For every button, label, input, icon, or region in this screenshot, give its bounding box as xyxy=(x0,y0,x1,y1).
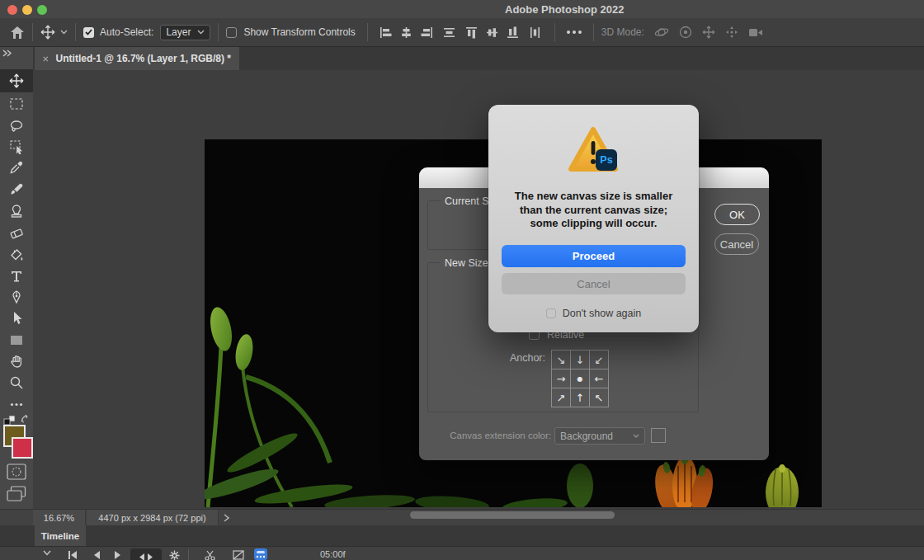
lasso-tool[interactable] xyxy=(0,115,33,137)
anchor-cell[interactable]: ↑ xyxy=(570,388,590,407)
canvas-size-cancel-button[interactable]: Cancel xyxy=(714,233,759,255)
status-chevron-right-icon[interactable] xyxy=(224,514,229,522)
document-tab[interactable]: Untitled-1 @ 16.7% (Layer 1, RGB/8) * xyxy=(35,47,239,70)
timeline-timecode: 05:00f xyxy=(320,549,346,559)
alert-message-line: than the current canvas size; xyxy=(488,204,699,218)
swap-colors-icon[interactable] xyxy=(20,414,31,425)
transition-icon[interactable] xyxy=(233,550,244,560)
clone-stamp-icon xyxy=(9,204,24,219)
home-icon[interactable] xyxy=(10,26,25,40)
document-info[interactable]: 4470 px x 2984 px (72 ppi) xyxy=(87,510,219,526)
edit-toolbar-button[interactable] xyxy=(0,393,33,415)
hand-tool[interactable] xyxy=(0,351,33,372)
zoom-tool[interactable] xyxy=(0,372,33,393)
zoom-level-field[interactable]: 16.67% xyxy=(33,510,86,526)
canvas-extension-color-dropdown[interactable]: Background xyxy=(554,427,645,445)
divider xyxy=(188,549,189,560)
timeline-tab[interactable]: Timeline xyxy=(35,525,86,546)
timeline-settings-icon[interactable] xyxy=(169,550,180,560)
dont-show-again-label: Don't show again xyxy=(563,308,642,319)
3d-mode-label: 3D Mode: xyxy=(601,26,644,38)
go-to-first-frame-icon[interactable] xyxy=(68,550,78,560)
rectangle-tool[interactable] xyxy=(0,329,33,351)
rectangular-marquee-tool[interactable] xyxy=(0,93,33,115)
anchor-cell[interactable]: ↓ xyxy=(570,350,590,369)
brush-tool[interactable] xyxy=(0,179,33,200)
preset-chevron-down-icon[interactable] xyxy=(60,30,68,35)
play-icon[interactable] xyxy=(114,550,122,560)
alert-cancel-button[interactable]: Cancel xyxy=(502,273,686,294)
ok-button[interactable]: OK xyxy=(714,204,760,225)
3d-camera-icon xyxy=(748,27,764,38)
collapse-panel-icon[interactable] xyxy=(2,49,12,57)
eraser-tool[interactable] xyxy=(0,223,33,244)
auto-select-label: Auto-Select: xyxy=(100,26,153,38)
minimize-window-button[interactable] xyxy=(22,5,32,15)
zoom-window-button[interactable] xyxy=(37,5,47,15)
timeline-menu-icon[interactable] xyxy=(43,550,51,556)
anchor-cell[interactable]: ↖ xyxy=(589,388,609,407)
previous-frame-icon[interactable] xyxy=(92,550,101,560)
anchor-cell[interactable]: ↘ xyxy=(551,350,571,369)
close-window-button[interactable] xyxy=(7,5,17,15)
eyedropper-icon xyxy=(9,160,24,175)
next-frame-icon xyxy=(139,553,153,560)
tools-panel xyxy=(0,47,33,509)
paint-bucket-icon xyxy=(9,247,24,262)
timeline-tab-bar: Timeline xyxy=(0,525,924,546)
cancel-button-label: Cancel xyxy=(720,238,753,251)
dont-show-again-row: Don't show again xyxy=(488,308,699,319)
zoom-level-value: 16.67% xyxy=(44,513,74,523)
anchor-cell[interactable]: → xyxy=(551,369,571,388)
ps-badge-text: Ps xyxy=(600,154,612,166)
split-at-playhead-icon[interactable] xyxy=(205,550,215,560)
proceed-button-label: Proceed xyxy=(573,250,615,262)
align-bottom-edges-icon[interactable] xyxy=(507,26,519,39)
anchor-cell-selected[interactable]: ● xyxy=(570,369,590,388)
move-tool-preset-icon[interactable] xyxy=(40,25,55,40)
align-horizontal-centers-icon[interactable] xyxy=(400,26,412,39)
eyedropper-tool[interactable] xyxy=(0,157,33,178)
titlebar: Adobe Photoshop 2022 xyxy=(0,0,924,18)
extension-color-swatch[interactable] xyxy=(651,428,666,443)
anchor-cell[interactable]: ← xyxy=(589,369,609,388)
marquee-icon xyxy=(9,97,24,111)
anchor-cell[interactable]: ↙ xyxy=(589,350,609,369)
show-transform-controls-label: Show Transform Controls xyxy=(243,26,355,38)
quick-mask-icon xyxy=(7,464,26,480)
more-options-icon[interactable] xyxy=(566,30,582,35)
distribute-vertical-icon[interactable] xyxy=(529,26,541,39)
type-tool[interactable] xyxy=(0,266,33,287)
path-selection-tool[interactable] xyxy=(0,308,33,329)
timeline-film-badge-icon[interactable] xyxy=(254,548,267,560)
proceed-button[interactable]: Proceed xyxy=(502,245,686,267)
auto-select-target-dropdown[interactable]: Layer xyxy=(160,25,210,40)
ok-button-label: OK xyxy=(729,209,745,221)
pen-tool[interactable] xyxy=(0,286,33,308)
lasso-icon xyxy=(9,119,24,134)
horizontal-scrollbar-thumb[interactable] xyxy=(410,511,615,519)
move-tool[interactable] xyxy=(0,69,33,92)
rectangle-icon xyxy=(9,334,24,346)
screen-mode-button[interactable] xyxy=(7,486,26,501)
background-color-swatch[interactable] xyxy=(12,437,33,459)
ps-app-badge-icon: Ps xyxy=(596,149,617,171)
align-right-edges-icon[interactable] xyxy=(421,26,433,39)
close-tab-icon[interactable] xyxy=(43,55,49,63)
divider xyxy=(593,23,594,41)
align-left-edges-icon[interactable] xyxy=(380,26,392,39)
object-selection-tool[interactable] xyxy=(0,136,33,158)
align-vertical-centers-icon[interactable] xyxy=(486,26,498,39)
current-size-label: Current S xyxy=(441,195,493,207)
clone-stamp-tool[interactable] xyxy=(0,200,33,222)
audio-mute-toggle[interactable] xyxy=(130,548,162,560)
distribute-horizontal-icon[interactable] xyxy=(443,26,455,39)
show-transform-controls-checkbox[interactable] xyxy=(226,27,237,38)
quick-mask-button[interactable] xyxy=(7,464,26,480)
align-top-edges-icon[interactable] xyxy=(465,26,478,39)
paint-bucket-tool[interactable] xyxy=(0,244,33,266)
options-bar: Auto-Select: Layer Show Transform Contro… xyxy=(0,18,924,47)
auto-select-checkbox[interactable] xyxy=(83,27,94,38)
anchor-cell[interactable]: ↗ xyxy=(551,388,571,407)
dont-show-again-checkbox[interactable] xyxy=(546,308,556,318)
